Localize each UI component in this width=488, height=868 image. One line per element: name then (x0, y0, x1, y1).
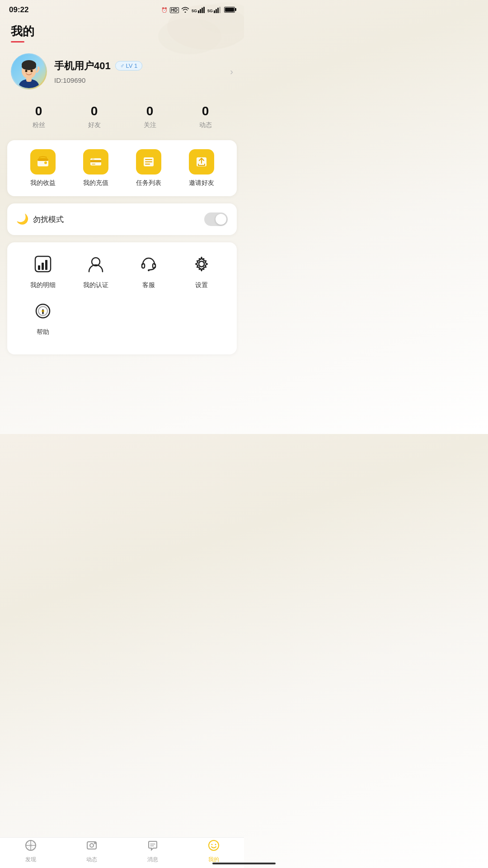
invite-friends-icon-wrap (189, 149, 214, 175)
stat-fans[interactable]: 0 粉丝 (33, 104, 45, 129)
svg-rect-34 (42, 263, 44, 270)
svg-point-40 (199, 261, 204, 267)
my-cert-icon (83, 251, 108, 277)
my-earnings-label: 我的收益 (30, 179, 56, 187)
my-cert-label: 我的认证 (83, 281, 108, 289)
settings-icon (189, 251, 214, 277)
dnd-row: 🌙 勿扰模式 (16, 212, 228, 226)
action-my-recharge[interactable]: 我的充值 (83, 149, 108, 187)
my-recharge-label: 我的充值 (83, 179, 108, 187)
status-time: 09:22 (9, 5, 28, 14)
posts-label: 动态 (199, 121, 212, 129)
my-earnings-icon-wrap (30, 149, 56, 175)
profile-name-row: 手机用户401 ♂ LV 1 (54, 59, 230, 73)
menu-item-customer-service[interactable]: 客服 (122, 251, 175, 289)
task-list-label: 任务列表 (136, 179, 161, 187)
customer-service-icon (136, 251, 161, 277)
svg-rect-4 (200, 9, 201, 13)
svg-rect-33 (38, 265, 40, 270)
quick-actions: 我的收益 我的充值 (16, 149, 228, 187)
svg-rect-46 (42, 311, 43, 314)
dnd-label: 勿扰模式 (33, 214, 64, 225)
svg-rect-7 (214, 10, 215, 13)
dnd-card: 🌙 勿扰模式 (7, 203, 237, 235)
action-my-earnings[interactable]: 我的收益 (30, 149, 56, 187)
level-badge: ♂ LV 1 (115, 61, 143, 71)
svg-point-16 (22, 63, 36, 70)
stats-row: 0 粉丝 0 好友 0 关注 0 动态 (0, 97, 244, 140)
menu-card: 我的明细 我的认证 (7, 242, 237, 354)
profile-id: ID:109690 (54, 76, 230, 84)
menu-item-help[interactable]: 帮助 (16, 298, 69, 336)
help-label: 帮助 (37, 328, 49, 336)
stat-friends[interactable]: 0 好友 (88, 104, 101, 129)
svg-rect-3 (198, 10, 199, 13)
my-recharge-icon-wrap (83, 149, 108, 175)
svg-rect-35 (45, 260, 47, 270)
menu-item-my-cert[interactable]: 我的认证 (69, 251, 122, 289)
svg-rect-9 (217, 8, 219, 13)
5g-signal-icon-2: 5G (207, 7, 221, 13)
svg-rect-45 (42, 309, 43, 311)
friends-label: 好友 (88, 121, 101, 129)
action-invite-friends[interactable]: 邀请好友 (189, 149, 214, 187)
task-list-icon-wrap (136, 149, 161, 175)
fans-count: 0 (35, 104, 42, 118)
profile-name: 手机用户401 (54, 59, 111, 73)
page-title-section: 我的 (0, 18, 244, 46)
status-bar: 09:22 ⏰ HD 5G (0, 0, 244, 18)
hd-icon: HD (170, 7, 179, 13)
gender-icon: ♂ (120, 62, 125, 69)
help-icon (30, 298, 56, 324)
my-details-label: 我的明细 (30, 281, 56, 289)
svg-rect-10 (219, 7, 221, 13)
my-details-icon (30, 251, 56, 277)
svg-rect-22 (38, 160, 48, 161)
5g-signal-icon: 5G (192, 7, 205, 13)
toggle-knob (216, 214, 226, 225)
fans-label: 粉丝 (33, 121, 45, 129)
menu-grid: 我的明细 我的认证 (16, 251, 228, 345)
avatar[interactable] (11, 53, 47, 90)
battery-icon (223, 7, 235, 14)
stat-posts[interactable]: 0 动态 (199, 104, 212, 129)
svg-rect-5 (202, 8, 203, 13)
dnd-toggle[interactable] (204, 212, 228, 226)
quick-actions-card: 我的收益 我的充值 (7, 140, 237, 196)
svg-point-39 (148, 269, 150, 271)
svg-rect-6 (203, 7, 205, 13)
stat-following[interactable]: 0 关注 (144, 104, 156, 129)
menu-item-settings[interactable]: 设置 (175, 251, 228, 289)
svg-rect-8 (216, 9, 217, 13)
svg-point-17 (25, 70, 28, 72)
menu-item-my-details[interactable]: 我的明细 (16, 251, 69, 289)
svg-rect-30 (145, 164, 150, 165)
dnd-left: 🌙 勿扰模式 (16, 213, 64, 225)
wifi-icon (181, 6, 189, 14)
friends-count: 0 (91, 104, 98, 118)
posts-count: 0 (202, 104, 209, 118)
profile-section[interactable]: 手机用户401 ♂ LV 1 ID:109690 › (0, 46, 244, 97)
settings-label: 设置 (195, 281, 208, 289)
svg-point-21 (44, 161, 47, 164)
status-icons: ⏰ HD 5G (161, 6, 235, 14)
following-label: 关注 (144, 121, 156, 129)
page-title-underline (11, 41, 24, 42)
svg-rect-26 (92, 159, 94, 160)
svg-rect-24 (90, 160, 101, 162)
page-title: 我的 (11, 24, 233, 39)
moon-icon: 🌙 (16, 213, 28, 225)
profile-chevron-icon[interactable]: › (230, 66, 233, 77)
svg-rect-29 (145, 161, 152, 162)
invite-friends-label: 邀请好友 (189, 179, 214, 187)
svg-rect-25 (92, 164, 95, 165)
action-task-list[interactable]: 任务列表 (136, 149, 161, 187)
svg-rect-28 (145, 159, 152, 160)
customer-service-label: 客服 (142, 281, 155, 289)
svg-point-18 (31, 70, 33, 72)
alarm-icon: ⏰ (161, 7, 168, 13)
following-count: 0 (146, 104, 154, 118)
profile-info: 手机用户401 ♂ LV 1 ID:109690 (54, 59, 230, 84)
